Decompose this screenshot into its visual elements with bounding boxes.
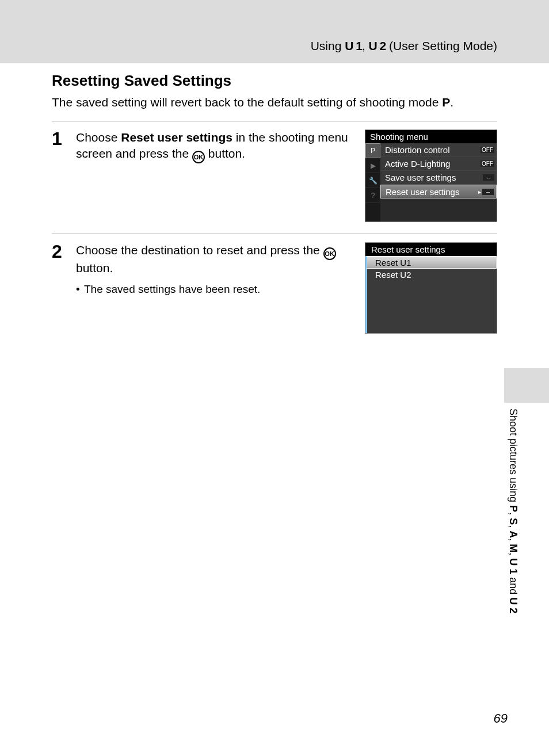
side-p: P (508, 505, 519, 512)
lcd1-row-reset: Reset user settings ▸ -- (380, 185, 497, 198)
lcd1-tab-playback: ▶ (365, 158, 380, 173)
lcd1-row1-label: Active D-Lighting (385, 159, 450, 169)
side-c1: , (508, 512, 519, 518)
lcd2-row-u1: Reset U1 (365, 256, 497, 269)
header-prefix: Using (311, 39, 345, 52)
step1-d: button. (205, 147, 245, 160)
header-sep: , (362, 39, 369, 52)
lcd1-tab-p: P (365, 143, 380, 158)
step-2-number: 2 (52, 242, 66, 334)
side-a: Shoot pictures using (508, 408, 519, 505)
lcd1-row-save: Save user settings -- (380, 171, 497, 185)
side-u2: U 2 (508, 597, 519, 613)
step-1-text: Choose Reset user settings in the shooti… (76, 129, 353, 163)
page-number: 69 (494, 711, 508, 726)
lcd1-row2-label: Save user settings (385, 173, 456, 182)
header-u2: U 2 (369, 39, 386, 52)
header-gray-band (0, 0, 549, 63)
lcd-screenshot-1: Shooting menu P ▶ 🔧 ? Distortion control… (365, 129, 497, 222)
lcd1-row3-val: -- (482, 189, 494, 195)
intro-mode: P (442, 96, 450, 109)
lcd1-row1-val: OFF (481, 161, 494, 167)
side-m: M (508, 544, 519, 552)
side-c3: , (508, 538, 519, 544)
side-c4: , (508, 552, 519, 558)
side-and: and (508, 574, 519, 597)
side-s: S (508, 518, 519, 525)
step-1: 1 Choose Reset user settings in the shoo… (52, 121, 497, 234)
lcd2-blank (365, 281, 497, 333)
step-2: 2 Choose the destination to reset and pr… (52, 234, 497, 345)
lcd1-tabs: P ▶ 🔧 ? (365, 143, 380, 222)
lcd2-row-u2: Reset U2 (365, 269, 497, 281)
header-suffix: (User Setting Mode) (386, 39, 497, 52)
lcd1-row2-val: -- (483, 174, 494, 181)
lcd1-tab-setup: 🔧 (365, 173, 380, 188)
lcd1-row3-label: Reset user settings (386, 187, 459, 197)
step1-a: Choose (76, 131, 121, 144)
lcd2-title: Reset user settings (365, 243, 497, 256)
lcd1-row-dlighting: Active D-Lighting OFF (380, 157, 497, 171)
step-1-number: 1 (52, 129, 66, 222)
lcd1-row0-label: Distortion control (385, 145, 450, 155)
lcd-screenshot-2: Reset user settings Reset U1 Reset U2 (365, 242, 497, 334)
header-u1: U 1 (345, 39, 362, 52)
lcd1-title: Shooting menu (370, 132, 428, 142)
intro-a: The saved setting will revert back to th… (52, 96, 442, 109)
page-header: Using U 1, U 2 (User Setting Mode) (0, 39, 549, 53)
ok-button-icon: OK (192, 151, 205, 163)
ok-button-icon: OK (323, 247, 336, 260)
side-a2: A (508, 530, 519, 538)
intro-text: The saved setting will revert back to th… (52, 96, 497, 109)
step-2-text: Choose the destination to reset and pres… (76, 242, 353, 297)
side-u1: U 1 (508, 558, 519, 574)
lcd1-title-bar: Shooting menu (365, 130, 497, 143)
lcd1-row-distortion: Distortion control OFF (380, 143, 497, 157)
side-c2: , (508, 525, 519, 530)
lcd1-blank (380, 198, 497, 222)
section-title: Resetting Saved Settings (52, 72, 497, 90)
lcd1-row3-arrow: ▸ (478, 189, 481, 195)
step1-b: Reset user settings (121, 131, 232, 144)
step2-bullet: The saved settings have been reset. (76, 282, 353, 297)
side-chapter-label: Shoot pictures using P, S, A, M, U 1 and… (507, 408, 519, 627)
step2-a: Choose the destination to reset and pres… (76, 243, 323, 257)
intro-b: . (450, 96, 453, 109)
lcd1-row0-val: OFF (481, 147, 494, 153)
side-thumb-tab (504, 368, 549, 403)
lcd1-tab-help: ? (365, 188, 380, 203)
step2-b: button. (76, 261, 113, 274)
